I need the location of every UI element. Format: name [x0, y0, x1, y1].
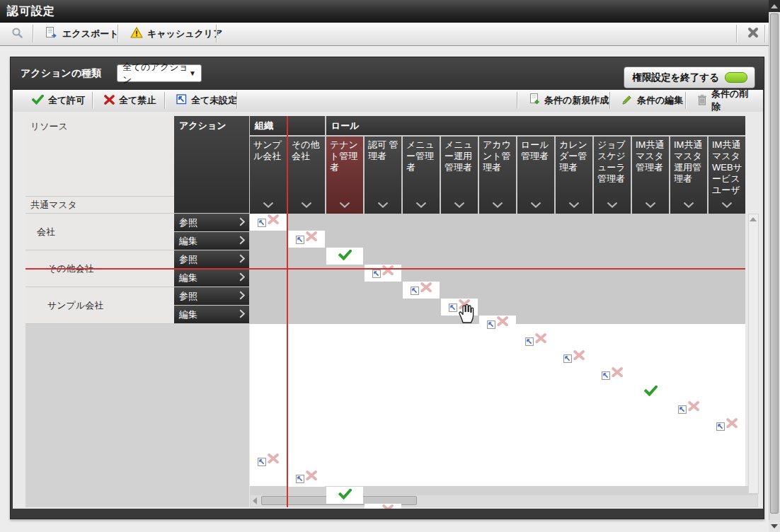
matrix-cell[interactable] [326, 487, 363, 504]
toolbar-separator [216, 25, 217, 42]
scroll-down-icon [771, 524, 778, 528]
action-type-value: 全てのアクション [122, 61, 189, 86]
matrix-cell[interactable] [632, 383, 669, 400]
close-button[interactable] [739, 23, 767, 45]
toolbar-separator [736, 25, 737, 42]
matrix-cell[interactable] [288, 231, 325, 248]
unset-deny-icon [411, 282, 432, 298]
scroll-left-icon [253, 497, 257, 504]
column-header[interactable]: IM共通マスタWEBサービスユーザ [709, 137, 745, 214]
export-label: エクスポート [62, 28, 119, 40]
column-header[interactable]: カレンダー管理者 [556, 137, 592, 214]
matrix-cell[interactable] [517, 332, 554, 349]
column-header-label: メニュー管理者 [406, 139, 435, 173]
resource-name: 会社 [37, 226, 55, 238]
matrix-cell[interactable] [250, 214, 287, 231]
hscroll-left-button[interactable] [253, 497, 260, 506]
matrix-cell[interactable] [556, 349, 592, 366]
column-header[interactable]: その他会社 [288, 137, 325, 214]
toggle-on-icon [725, 72, 747, 83]
allow-all-button[interactable]: 全て許可 [24, 90, 93, 111]
search-button[interactable] [3, 23, 32, 45]
toolbar-separator [92, 92, 93, 109]
export-button[interactable]: エクスポート [37, 23, 127, 45]
root-resource-cell[interactable]: 共通マスタ [25, 197, 174, 213]
action-cell[interactable]: 参照 [174, 214, 249, 231]
edit-condition-button[interactable]: 条件の編集 [614, 90, 691, 111]
resource-row-label[interactable]: 会社 [25, 214, 174, 250]
matrix-cell[interactable] [479, 316, 516, 332]
allow-check-icon [644, 386, 658, 399]
matrix-toolbar: 全て許可 全て禁止 全て未設定 条件の新規作成 [13, 90, 763, 112]
matrix-cell[interactable] [403, 282, 440, 299]
unset-all-button[interactable]: 全て未設定 [168, 90, 245, 111]
column-header[interactable]: メニュー運用管理者 [441, 137, 478, 214]
action-cell[interactable]: 編集 [174, 232, 249, 250]
cache-clear-button[interactable]: キャッシュクリア [122, 23, 231, 45]
panel-header: アクションの種類 全てのアクション ▼ 権限設定を終了する [11, 57, 764, 90]
trash-icon [697, 94, 707, 108]
pencil-icon [621, 94, 633, 108]
action-type-select[interactable]: 全てのアクション ▼ [117, 64, 202, 82]
unset-deny-icon [258, 214, 279, 230]
new-condition-button[interactable]: 条件の新規作成 [521, 90, 616, 111]
toolbar-separator [236, 92, 237, 109]
role-group-label: ロール [331, 120, 360, 132]
top-toolbar: エクスポート キャッシュクリア [0, 23, 769, 46]
finish-permission-button[interactable]: 権限設定を終了する [624, 66, 755, 88]
warning-icon [130, 27, 143, 40]
toolbar-separator [33, 25, 33, 42]
inner-vertical-scrollbar[interactable] [748, 214, 759, 494]
matrix-cell[interactable] [709, 417, 745, 434]
allow-check-icon [338, 489, 352, 502]
page-title: 認可設定 [7, 4, 55, 19]
scrollbar-down-button[interactable] [769, 520, 780, 532]
column-header[interactable]: IM共通マスタ運用管理者 [670, 137, 707, 214]
action-label: 参照 [179, 290, 197, 303]
matrix-stage: リソース共通マスタアクション組織ロールサンプル会社 その他会社 テナント管理者 … [13, 112, 763, 509]
column-header[interactable]: メニュー管理者 [403, 137, 440, 214]
unset-deny-icon [372, 504, 394, 509]
chevron-down-icon [263, 200, 274, 211]
inner-scroll-up-button[interactable] [750, 217, 757, 223]
chevron-right-icon [239, 236, 245, 247]
chevron-down-icon [377, 200, 389, 211]
chevron-down-icon [721, 200, 733, 211]
deny-all-label: 全て禁止 [119, 94, 156, 107]
crosshair-vertical-line [287, 116, 288, 507]
delete-condition-button[interactable]: 条件の削除 [689, 90, 763, 111]
unset-deny-icon [525, 333, 546, 349]
chevron-down-icon [683, 200, 694, 211]
matrix-cell[interactable] [670, 400, 707, 417]
deny-all-button[interactable]: 全て禁止 [96, 90, 164, 111]
matrix-cell[interactable] [288, 470, 325, 487]
column-header[interactable]: サンプル会社 [250, 137, 287, 214]
column-header[interactable]: IM共通マスタ管理者 [632, 137, 669, 214]
resource-row-label[interactable]: サンプル会社 [25, 287, 174, 323]
check-icon [32, 95, 44, 107]
matrix-cell[interactable] [594, 366, 631, 383]
column-header[interactable]: ロール管理者 [517, 137, 554, 214]
matrix-cell[interactable] [365, 504, 401, 509]
vertical-scrollbar-thumb[interactable] [770, 13, 779, 514]
action-cell[interactable]: 編集 [174, 269, 249, 287]
matrix-cell[interactable] [326, 248, 363, 265]
action-cell[interactable]: 参照 [174, 250, 249, 268]
column-header[interactable]: テナント管理者 [326, 137, 363, 214]
chevron-right-icon [239, 217, 245, 229]
action-cell[interactable]: 編集 [174, 306, 249, 323]
scroll-up-icon [771, 4, 778, 8]
action-label: 参照 [179, 216, 197, 229]
action-label: 編集 [179, 235, 197, 248]
matrix-cell[interactable] [250, 453, 287, 470]
root-resource-label: 共通マスタ [30, 200, 77, 210]
scrollbar-up-button[interactable] [769, 0, 780, 12]
unset-deny-icon [258, 453, 279, 469]
matrix-cell[interactable] [365, 265, 401, 282]
action-cell[interactable]: 参照 [174, 287, 249, 305]
column-header[interactable]: ジョブスケジューラ管理者 [594, 137, 631, 214]
column-header[interactable]: 認可 管理者 [365, 137, 401, 214]
chevron-down-icon [530, 200, 541, 211]
column-header[interactable]: アカウント管理者 [479, 137, 516, 214]
column-header-label: サンプル会社 [253, 139, 282, 161]
